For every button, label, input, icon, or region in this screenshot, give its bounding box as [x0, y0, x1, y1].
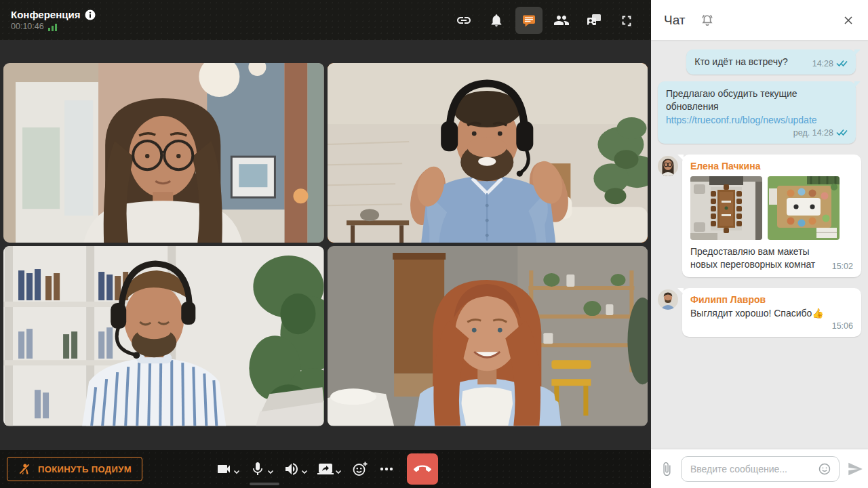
message-input[interactable] — [690, 464, 813, 474]
conference-timer: 00:10:46 — [11, 22, 44, 31]
more-options-button[interactable] — [376, 457, 397, 481]
chat-toggle-button[interactable] — [515, 7, 542, 34]
reaction-smiley-icon — [351, 460, 369, 478]
video-layout-icon — [586, 12, 602, 28]
leave-podium-button[interactable]: ПОКИНУТЬ ПОДИУМ — [7, 457, 142, 481]
attachment-image-room-2[interactable] — [768, 176, 840, 240]
message-time: 14:28 — [812, 59, 833, 68]
chat-message-row: Филипп Лавров Выглядит хорошо! Спасибо👍 … — [658, 288, 861, 337]
message-text: Предлагаю обсудить текущие обновления — [666, 88, 797, 112]
notifications-button[interactable] — [483, 7, 510, 34]
attachment-image-room-1[interactable] — [690, 176, 762, 240]
speaker-button[interactable] — [281, 457, 311, 481]
message-author: Филипп Лавров — [690, 294, 853, 305]
read-checkmarks-icon — [836, 129, 848, 136]
conference-title-box: Конференция 00:10:46 — [11, 9, 96, 31]
participant-video-4[interactable] — [328, 246, 648, 426]
chevron-down-icon — [267, 466, 274, 476]
send-icon — [846, 460, 864, 478]
video-grid — [0, 40, 651, 450]
participant-video-3[interactable] — [3, 246, 324, 426]
message-text: Предоставляю вам макеты новых переговорн… — [690, 245, 827, 271]
media-controls — [213, 453, 438, 485]
info-icon[interactable] — [85, 9, 96, 20]
screen-share-icon — [317, 461, 334, 477]
avatar[interactable] — [658, 289, 678, 310]
message-time: 15:06 — [832, 321, 853, 331]
chat-message-outgoing: Предлагаю обсудить текущие обновления ht… — [658, 81, 856, 144]
speaker-icon — [283, 461, 300, 477]
message-input-wrap — [681, 456, 840, 482]
participant-video-1[interactable] — [3, 63, 324, 243]
message-time-edited: ред. 14:28 — [793, 128, 833, 138]
chat-title: Чат — [664, 13, 686, 28]
message-time: 15:02 — [832, 262, 853, 271]
hangup-icon — [414, 460, 431, 478]
bell-icon — [489, 13, 504, 28]
emoji-button[interactable] — [817, 462, 832, 476]
read-checkmarks-icon — [836, 60, 848, 67]
chevron-down-icon — [301, 466, 308, 476]
chat-composer — [651, 449, 868, 488]
chat-messages: Кто идёт на встречу? 14:28 Предлагаю обс… — [651, 40, 868, 449]
paperclip-icon — [659, 462, 674, 476]
reaction-button[interactable] — [349, 456, 372, 482]
participants-button[interactable] — [548, 7, 575, 34]
top-bar: Конференция 00:10:46 — [0, 0, 651, 40]
bottom-toolbar: ПОКИНУТЬ ПОДИУМ — [0, 450, 651, 488]
leave-podium-icon — [18, 462, 31, 476]
participants-icon — [553, 12, 570, 28]
chevron-down-icon — [233, 466, 240, 476]
close-icon — [842, 14, 855, 27]
message-attachments — [690, 176, 853, 240]
leave-podium-label: ПОКИНУТЬ ПОДИУМ — [38, 464, 132, 474]
topbar-actions — [450, 7, 640, 34]
microphone-icon — [250, 461, 266, 477]
attach-file-button[interactable] — [659, 462, 674, 476]
message-author: Елена Пачкина — [690, 161, 853, 171]
participant-video-2-active-speaker[interactable] — [328, 63, 648, 243]
chat-panel: Чат Кто идёт на встречу? 14:28 Предла — [651, 0, 868, 488]
conference-title: Конференция — [11, 9, 80, 20]
link-icon — [456, 12, 472, 28]
smiley-icon — [817, 462, 832, 476]
avatar[interactable] — [658, 156, 678, 176]
chat-notifications-icon[interactable] — [699, 12, 715, 28]
send-message-button[interactable] — [846, 460, 864, 478]
message-text: Выглядит хорошо! Спасибо👍 — [690, 308, 824, 319]
main-area: Конференция 00:10:46 — [0, 0, 651, 488]
chat-message-incoming: Филипп Лавров Выглядит хорошо! Спасибо👍 … — [682, 288, 861, 337]
more-dots-icon — [378, 461, 395, 477]
camera-button[interactable] — [213, 457, 243, 481]
fullscreen-icon — [619, 13, 634, 28]
video-layout-button[interactable] — [580, 7, 608, 34]
chevron-down-icon — [335, 466, 342, 476]
signal-quality-icon — [48, 22, 58, 31]
hangup-button[interactable] — [407, 453, 438, 485]
conference-app: Конференция 00:10:46 — [0, 0, 868, 488]
screen-share-button[interactable] — [315, 457, 344, 481]
chat-message-incoming: Елена Пачкина Предоставляю вам макеты но… — [682, 155, 861, 277]
fullscreen-button[interactable] — [613, 7, 640, 34]
camera-icon — [216, 461, 232, 477]
chat-header: Чат — [651, 0, 868, 40]
message-link[interactable]: https://trueconf.ru/blog/news/update — [666, 113, 848, 127]
chat-message-row: Елена Пачкина Предоставляю вам макеты но… — [658, 155, 861, 277]
message-text: Кто идёт на встречу? — [694, 56, 787, 68]
chat-icon — [521, 12, 537, 28]
mic-level-meter — [250, 483, 279, 485]
invite-link-button[interactable] — [450, 7, 477, 34]
chat-close-button[interactable] — [842, 14, 855, 27]
chat-message-outgoing: Кто идёт на встречу? 14:28 — [686, 49, 856, 75]
microphone-button[interactable] — [247, 457, 277, 481]
